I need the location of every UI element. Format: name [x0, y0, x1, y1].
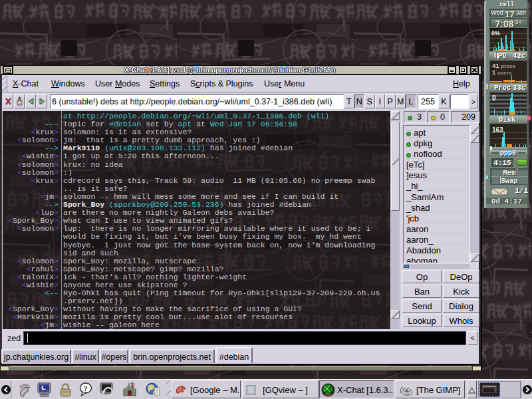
svg-text:0%: 0%: [491, 30, 500, 37]
svg-text:xchat: xchat: [325, 394, 332, 397]
svg-text:163: 163: [492, 126, 503, 134]
svg-text:1 users: 1 users: [492, 68, 512, 76]
svg-text:?: ?: [84, 384, 88, 392]
svg-text:0: 0: [492, 94, 496, 102]
